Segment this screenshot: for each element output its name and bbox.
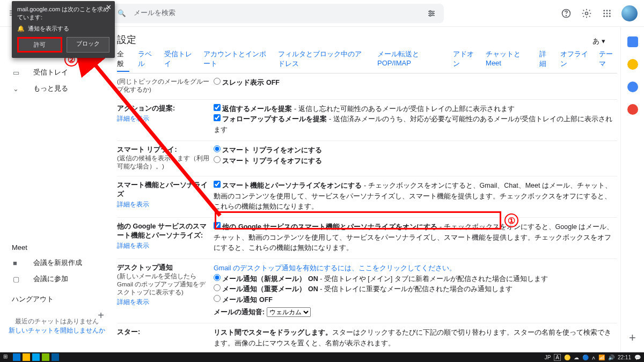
smart-reply-on[interactable]: スマート リプライをオンにする: [214, 145, 617, 156]
annotation-box-1: [215, 211, 501, 230]
language-selector[interactable]: あ ▾: [592, 36, 605, 46]
windows-start-icon[interactable]: ⊞: [3, 353, 11, 361]
sound-select[interactable]: ウェルカム: [267, 307, 311, 317]
tb-tray-2[interactable]: ☁: [574, 354, 579, 360]
taskbar: ⊞ JP A 🟡 ☁ 🔵 ʌ 📶 🔊 22:11 💬: [0, 352, 644, 362]
tb-wifi-icon[interactable]: 📶: [598, 354, 605, 360]
tab-filters[interactable]: フィルタとブロック中のアドレス: [278, 49, 369, 72]
svg-point-11: [609, 10, 611, 11]
mail-notif-new-on[interactable]: メール通知（新規メール） ON - 受信トレイや [メイン] タブに新着メールが…: [214, 274, 617, 284]
desktop-notif-label: デスクトップ通知: [117, 264, 173, 271]
tb-ime[interactable]: A: [554, 354, 561, 361]
permission-notif-label: 通知を表示する: [28, 25, 69, 33]
tab-addons[interactable]: アドオン: [453, 49, 477, 72]
tab-advanced[interactable]: 詳細: [539, 49, 552, 72]
smart-reply-sub: (返信の候補を表示します（利用可能な場合）。): [117, 155, 209, 169]
avatar[interactable]: [621, 5, 638, 21]
sidebar-inbox-label: 受信トレイ: [33, 68, 68, 77]
smart-feat-detail-link[interactable]: 詳細を表示: [117, 200, 210, 209]
keep-icon[interactable]: [627, 59, 638, 70]
meet-heading: Meet: [0, 236, 114, 255]
page-title: 設定: [117, 33, 136, 46]
smart-reply-off[interactable]: スマート リプライをオフにする: [214, 156, 617, 166]
svg-point-15: [603, 15, 605, 17]
enable-desktop-link[interactable]: Gmail のデスクトップ通知を有効にするには、ここをクリックしてください。: [214, 263, 617, 274]
hangouts-heading: ハングアウト: [0, 287, 114, 307]
tb-volume-icon[interactable]: 🔊: [608, 354, 614, 360]
sidebar-item-more[interactable]: ⌄ もっと見る: [0, 80, 114, 97]
search-bar[interactable]: 🔍 メールを検索: [111, 4, 444, 23]
sound-label: メールの通知音:: [214, 308, 265, 316]
tb-lang[interactable]: JP: [545, 354, 551, 360]
block-button[interactable]: ブロック: [67, 37, 109, 53]
annotation-1: ①: [504, 213, 518, 227]
thread-off-option[interactable]: スレッド表示 OFF: [214, 78, 617, 88]
tb-app-2[interactable]: [23, 353, 30, 361]
tb-tray-up[interactable]: ʌ: [592, 354, 595, 360]
tab-forwarding[interactable]: メール転送と POP/IMAP: [377, 49, 444, 72]
search-icon: 🔍: [118, 9, 127, 17]
tb-app-3[interactable]: [32, 353, 40, 361]
join-icon: ▢: [13, 275, 24, 283]
svg-point-8: [586, 12, 588, 14]
help-icon[interactable]: [560, 8, 572, 19]
svg-point-5: [429, 14, 431, 16]
mail-notif-important-on[interactable]: メール通知（重要メール） ON - 受信トレイに重要なメールが配信された場合のみ…: [214, 284, 617, 294]
tab-themes[interactable]: テーマ: [599, 49, 617, 72]
gear-icon[interactable]: [581, 8, 592, 19]
star-label: スター:: [117, 328, 140, 336]
tb-notif-icon[interactable]: 💬: [634, 354, 641, 360]
inbox-icon: ▭: [13, 69, 24, 77]
svg-point-12: [603, 12, 605, 14]
svg-point-17: [609, 15, 611, 17]
svg-point-4: [432, 12, 434, 14]
desktop-notif-detail-link[interactable]: 詳細を表示: [117, 298, 210, 307]
tab-general[interactable]: 全般: [117, 49, 129, 72]
sidebar-item-new-meeting[interactable]: ■ 会議を新規作成: [0, 255, 114, 271]
close-icon[interactable]: ✕: [106, 3, 112, 11]
mail-notif-off[interactable]: メール通知 OFF: [214, 295, 617, 305]
permission-popup: ✕ mail.google.com は次のことを求めています: 🔔 通知を表示す…: [12, 1, 115, 58]
conversation-view-sub: (同じトピックのメールをグループ化するか): [117, 78, 209, 93]
sidebar-bottom: 最近のチャットはありません 新しいチャットを開始しませんか: [0, 317, 114, 335]
smart-reply-label: スマート リプライ:: [117, 146, 177, 153]
new-meeting-label: 会議を新規作成: [33, 258, 82, 268]
tb-app-4[interactable]: [42, 353, 49, 361]
tb-clock[interactable]: 22:11: [618, 354, 631, 360]
actions-detail-link[interactable]: 詳細を表示: [117, 114, 210, 123]
join-meeting-label: 会議に参加: [33, 274, 68, 284]
no-chat-text: 最近のチャットはありません: [0, 317, 114, 326]
permission-text: mail.google.com は次のことを求めています:: [17, 5, 109, 21]
tab-chat[interactable]: チャットと Meet: [486, 49, 531, 72]
desktop-notif-sub: (新しいメールを受信したら Gmail のポップアップ通知をデスクトップに表示す…: [117, 273, 206, 295]
suggest-reply-checkbox[interactable]: 返信するメールを提案 - 返信し忘れた可能性のあるメールが受信トレイの上部に表示…: [214, 104, 617, 114]
actions-label: アクションの提案:: [117, 105, 175, 112]
sidebar: ▭ 受信トレイ ⌄ もっと見る Meet ■ 会議を新規作成 ▢ 会議に参加 ハ…: [0, 27, 114, 352]
tb-tray-1[interactable]: 🟡: [564, 354, 570, 360]
tab-labels[interactable]: ラベル: [138, 49, 156, 72]
sidebar-item-inbox[interactable]: ▭ 受信トレイ: [0, 64, 114, 80]
tb-app-5[interactable]: [52, 353, 59, 361]
svg-point-7: [566, 15, 567, 16]
contacts-icon[interactable]: [627, 104, 638, 115]
tune-icon[interactable]: [426, 8, 437, 19]
calendar-icon[interactable]: [627, 36, 638, 47]
smart-feat-checkbox[interactable]: スマート機能とパーソナライズをオンにする - チェックボックスをオンにすると、G…: [214, 181, 617, 212]
right-rail: +: [620, 27, 644, 352]
tab-inbox[interactable]: 受信トレイ: [164, 49, 194, 72]
tb-app-1[interactable]: [13, 353, 20, 361]
tb-tray-3[interactable]: 🔵: [582, 354, 589, 360]
settings-tabs: 全般 ラベル 受信トレイ アカウントとインポート フィルタとブロック中のアドレス…: [117, 49, 617, 73]
tab-offline[interactable]: オフライン: [560, 49, 590, 72]
tasks-icon[interactable]: [627, 82, 638, 92]
allow-button[interactable]: 許可: [17, 37, 62, 53]
start-chat-link[interactable]: 新しいチャットを開始しませんか: [0, 326, 114, 335]
apps-icon[interactable]: [601, 8, 613, 19]
smart-feat-label: スマート機能とパーソナライズ: [117, 181, 208, 198]
suggest-follow-checkbox[interactable]: フォローアップするメールを提案 - 送信済みメールのうち、対応が必要な可能性のあ…: [214, 114, 617, 135]
sidebar-item-join-meeting[interactable]: ▢ 会議に参加: [0, 271, 114, 287]
other-google-label: 他の Google サービスのスマート機能とパーソナライズ:: [117, 223, 207, 239]
tab-accounts[interactable]: アカウントとインポート: [203, 49, 270, 72]
rail-plus-icon[interactable]: +: [629, 331, 636, 345]
other-google-detail-link[interactable]: 詳細を表示: [117, 241, 210, 250]
